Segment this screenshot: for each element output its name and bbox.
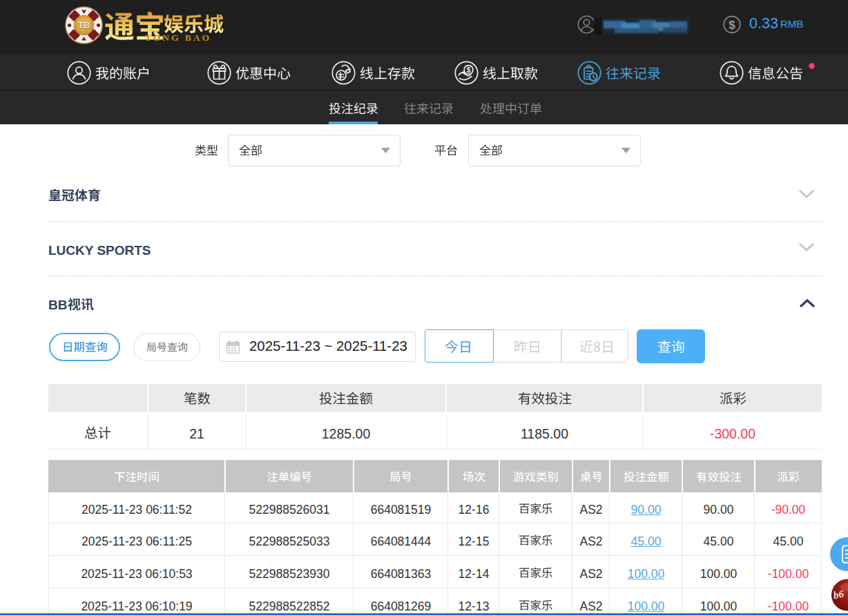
- svg-text:TB: TB: [78, 20, 90, 30]
- svg-text:$: $: [467, 66, 471, 74]
- svg-text:$: $: [729, 19, 735, 32]
